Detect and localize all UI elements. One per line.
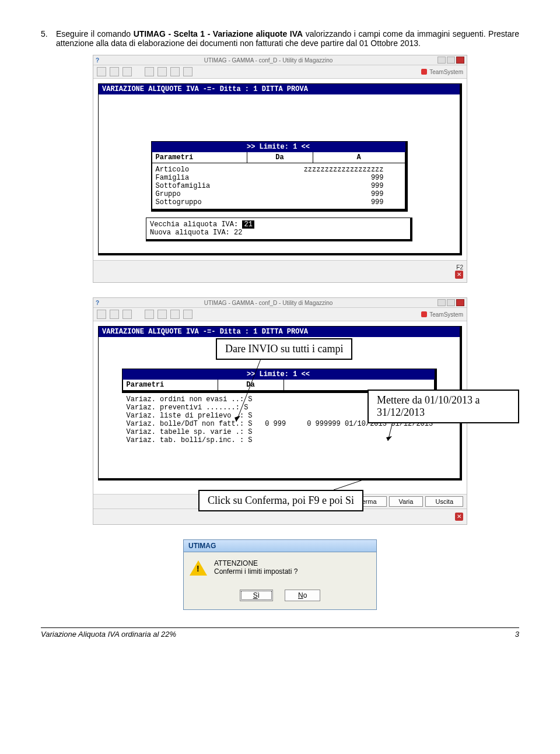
svg-marker-1 bbox=[235, 416, 240, 422]
nav-last-icon[interactable] bbox=[183, 310, 192, 319]
param-row: Sottofamiglia999 bbox=[156, 182, 401, 190]
instruction-paragraph: 5. Eseguire il comando UTIMAG - Scelta 1… bbox=[41, 29, 519, 48]
limite-header: >> Limite: 1 << bbox=[123, 369, 435, 380]
old-iva-value[interactable]: 21 bbox=[242, 220, 254, 229]
uscita-button[interactable]: Uscita bbox=[425, 496, 463, 507]
toolbar-icon[interactable] bbox=[110, 67, 119, 76]
param-row: Sottogruppo999 bbox=[156, 198, 401, 206]
param-row: Articolozzzzzzzzzzzzzzzzzzz bbox=[156, 166, 401, 174]
nav-first-icon[interactable] bbox=[145, 310, 154, 319]
callout-invio: Dare INVIO su tutti i campi bbox=[216, 338, 352, 360]
toolbar: TeamSystem bbox=[93, 65, 467, 79]
close-icon[interactable] bbox=[456, 57, 464, 64]
callout-arrow bbox=[233, 355, 268, 425]
nav-last-icon[interactable] bbox=[183, 67, 192, 76]
toolbar-icon[interactable] bbox=[97, 67, 106, 76]
instruction-number: 5. bbox=[41, 29, 56, 38]
nav-next-icon[interactable] bbox=[170, 310, 180, 319]
page-footer: Variazione Aliquota IVA ordinaria al 22%… bbox=[41, 627, 519, 639]
limite-header: >> Limite: 1 << bbox=[152, 142, 405, 152]
callout-date: Mettere da 01/10/2013 a 31/12/2013 bbox=[368, 390, 519, 423]
svg-line-4 bbox=[334, 479, 365, 490]
toolbar-icon[interactable] bbox=[123, 310, 132, 319]
brand-label: TeamSystem bbox=[421, 311, 463, 318]
close-icon[interactable]: ✕ bbox=[455, 271, 463, 279]
instruction-text: Eseguire il comando UTIMAG - Scelta 1 - … bbox=[56, 29, 519, 48]
maximize-icon[interactable] bbox=[447, 299, 455, 306]
app-window-1: ? UTIMAG - GAMMA - conf_D - Utility di M… bbox=[93, 55, 467, 283]
param-row: Famiglia999 bbox=[156, 174, 401, 182]
minimize-icon[interactable] bbox=[438, 299, 446, 306]
window-titlebar: ? UTIMAG - GAMMA - conf_D - Utility di M… bbox=[93, 55, 467, 65]
dialog-title: UTIMAG bbox=[184, 540, 376, 552]
toolbar-icon[interactable] bbox=[97, 310, 106, 319]
main-frame: VARIAZIONE ALIQUOTE IVA -=- Ditta : 1 DI… bbox=[98, 83, 462, 255]
param-row: Gruppo999 bbox=[156, 190, 401, 198]
svg-marker-3 bbox=[386, 436, 392, 441]
toolbar-icon[interactable] bbox=[123, 67, 132, 76]
dialog-line1: ATTENZIONE bbox=[214, 559, 298, 567]
brand-logo-icon bbox=[421, 311, 427, 317]
new-iva-value: 22 bbox=[234, 229, 242, 237]
minimize-icon[interactable] bbox=[438, 57, 446, 64]
confirm-dialog: UTIMAG ATTENZIONE Confermi i limiti impo… bbox=[183, 539, 377, 610]
dialog-line2: Confermi i limiti impostati ? bbox=[214, 567, 298, 576]
close-icon[interactable]: ✕ bbox=[455, 513, 463, 521]
footer-left: Variazione Aliquota IVA ordinaria al 22% bbox=[41, 630, 176, 639]
varia-button[interactable]: Varia bbox=[389, 496, 424, 507]
close-icon[interactable] bbox=[456, 299, 464, 306]
window-title: UTIMAG - GAMMA - conf_D - Utility di Mag… bbox=[99, 300, 438, 306]
svg-line-0 bbox=[236, 355, 262, 422]
nav-next-icon[interactable] bbox=[170, 67, 180, 76]
maximize-icon[interactable] bbox=[447, 57, 455, 64]
toolbar: TeamSystem bbox=[93, 308, 467, 321]
callout-conferma: Click su Conferma, poi F9 e poi Si bbox=[198, 490, 363, 511]
screen-header: VARIAZIONE ALIQUOTE IVA -=- Ditta : 1 DI… bbox=[99, 327, 460, 337]
window-title: UTIMAG - GAMMA - conf_D - Utility di Mag… bbox=[99, 57, 438, 64]
dialog-yes-button[interactable]: Sì bbox=[240, 590, 273, 601]
warning-icon bbox=[190, 560, 207, 576]
nav-first-icon[interactable] bbox=[145, 67, 154, 76]
aliquota-box: Vecchia aliquota IVA: 21 Nuova aliquota … bbox=[146, 218, 412, 241]
toolbar-icon[interactable] bbox=[110, 310, 119, 319]
nav-prev-icon[interactable] bbox=[158, 310, 167, 319]
statusbar: F2 ✕ bbox=[93, 260, 467, 282]
footer-page-number: 3 bbox=[515, 630, 519, 639]
brand-logo-icon bbox=[421, 69, 427, 75]
brand-label: TeamSystem bbox=[421, 69, 463, 75]
params-header-row: Parametri Da A bbox=[152, 152, 405, 163]
screen-header: VARIAZIONE ALIQUOTE IVA -=- Ditta : 1 DI… bbox=[99, 84, 460, 94]
nav-prev-icon[interactable] bbox=[158, 67, 167, 76]
window-titlebar: ? UTIMAG - GAMMA - conf_D - Utility di M… bbox=[93, 298, 467, 308]
dialog-no-button[interactable]: No bbox=[285, 590, 320, 601]
